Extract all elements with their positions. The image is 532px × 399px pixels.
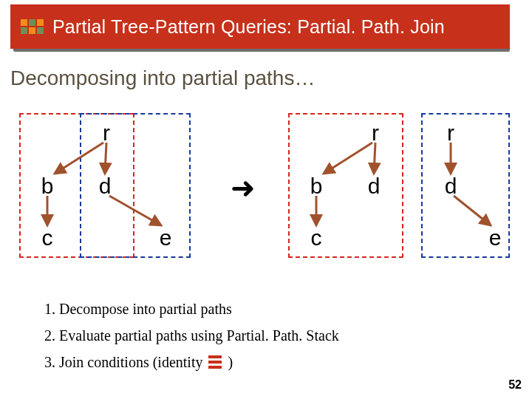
- steps-list: 1. Decompose into partial paths 2. Evalu…: [44, 296, 339, 375]
- svg-line-1: [105, 143, 106, 174]
- page-number: 52: [508, 378, 522, 392]
- svg-line-4: [324, 143, 372, 174]
- decomposition-diagram: r b d c e ➜ r b d c r d e: [16, 107, 511, 270]
- svg-line-0: [55, 143, 103, 174]
- title-decor-icon: [21, 19, 44, 34]
- step-1: 1. Decompose into partial paths: [44, 296, 339, 322]
- svg-line-8: [454, 196, 491, 225]
- step-3-text-b: ): [228, 349, 233, 375]
- tree-edges: [16, 107, 511, 270]
- step-2-text: 2. Evaluate partial paths using Partial.…: [44, 322, 339, 349]
- slide-heading: Decomposing into partial paths…: [10, 66, 315, 90]
- step-3: 3. Join conditions (identity ): [44, 349, 339, 375]
- titlebar: Partial Tree-Pattern Queries: Partial. P…: [10, 4, 510, 49]
- step-2: 2. Evaluate partial paths using Partial.…: [44, 322, 339, 349]
- identity-icon: [208, 355, 222, 369]
- svg-line-3: [109, 196, 161, 225]
- step-3-text-a: 3. Join conditions (identity: [44, 349, 202, 375]
- slide-title: Partial Tree-Pattern Queries: Partial. P…: [52, 16, 445, 38]
- step-1-text: 1. Decompose into partial paths: [44, 296, 232, 322]
- svg-line-5: [374, 143, 375, 174]
